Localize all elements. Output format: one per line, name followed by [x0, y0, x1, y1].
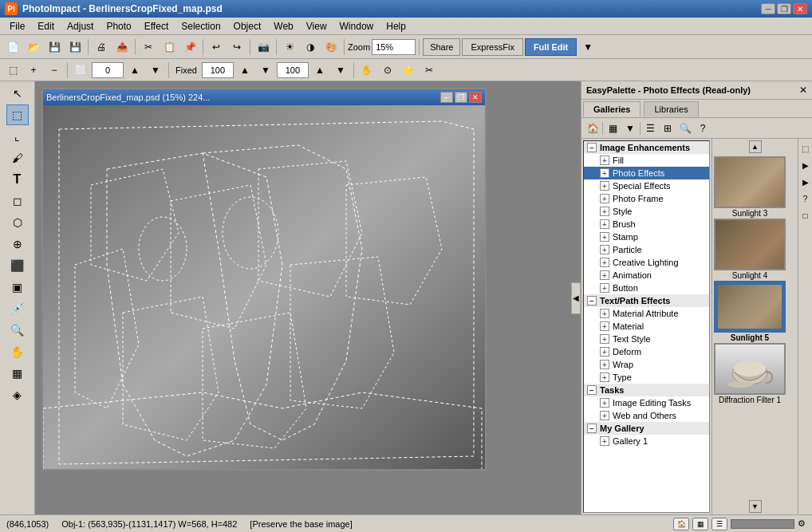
expand-deform[interactable]: +: [600, 347, 609, 357]
shape-btn[interactable]: ⬜: [71, 61, 90, 79]
ri-btn-4[interactable]: ?: [799, 191, 812, 207]
tree-photo-frame[interactable]: + Photo Frame: [584, 192, 709, 205]
zoom-input[interactable]: [372, 39, 416, 55]
height-input[interactable]: [277, 62, 309, 78]
tree-style[interactable]: + Style: [584, 205, 709, 218]
palette-grid[interactable]: ▦: [605, 120, 621, 136]
palette-home[interactable]: 🏠: [585, 120, 601, 136]
tree-deform[interactable]: + Deform: [584, 345, 709, 358]
menu-web[interactable]: Web: [267, 19, 299, 33]
thumb-sunlight4[interactable]: Sunlight 4: [714, 219, 786, 281]
width-down[interactable]: ▼: [256, 61, 275, 79]
expand-style[interactable]: +: [600, 207, 609, 216]
hand-tool2[interactable]: ✋: [6, 341, 29, 362]
expand-web-and-others[interactable]: +: [600, 411, 609, 420]
expand-image-enhancements[interactable]: −: [587, 143, 597, 152]
expand-image-editing-tasks[interactable]: +: [600, 398, 609, 408]
print-button[interactable]: 🖨: [92, 38, 111, 56]
canvas-minimize[interactable]: ─: [440, 92, 453, 103]
save-as-button[interactable]: 💾: [65, 38, 85, 56]
palette-search[interactable]: 🔍: [677, 120, 693, 136]
expand-text-style[interactable]: +: [600, 334, 609, 344]
extra-tool[interactable]: ◈: [6, 384, 29, 405]
save-button[interactable]: 💾: [45, 38, 64, 56]
path-tool[interactable]: ⬡: [6, 212, 29, 233]
expand-material[interactable]: +: [600, 321, 609, 331]
expand-photo-effects[interactable]: +: [600, 168, 609, 178]
zoom-tool[interactable]: 🔍: [6, 320, 29, 341]
open-button[interactable]: 📂: [24, 38, 43, 56]
tree-wrap[interactable]: + Wrap: [584, 358, 709, 371]
menu-adjust[interactable]: Adjust: [61, 19, 100, 33]
tree-animation[interactable]: + Animation: [584, 269, 709, 282]
ri-btn-2[interactable]: ▶: [799, 157, 812, 173]
tree-fill[interactable]: + Fill: [584, 154, 709, 167]
gradient-tool[interactable]: ▦: [6, 363, 29, 384]
angle-up[interactable]: ▲: [125, 61, 144, 79]
expand-special-effects[interactable]: +: [600, 181, 609, 191]
expand-brush[interactable]: +: [600, 219, 609, 229]
eyedropper-tool[interactable]: 💉: [6, 298, 29, 319]
menu-window[interactable]: Window: [333, 19, 380, 33]
width-up[interactable]: ▲: [235, 61, 254, 79]
tab-galleries[interactable]: Galleries: [583, 101, 641, 117]
ri-btn-1[interactable]: ⬚: [799, 140, 812, 156]
undo-button[interactable]: ↩: [207, 38, 226, 56]
tree-category-image-enhancements[interactable]: − Image Enhancements: [584, 141, 709, 154]
palette-large[interactable]: ⊞: [660, 120, 676, 136]
expand-button[interactable]: +: [600, 283, 609, 293]
menu-effect[interactable]: Effect: [138, 19, 175, 33]
status-btn-1[interactable]: 🏠: [673, 518, 689, 530]
tree-particle[interactable]: + Particle: [584, 243, 709, 256]
expand-particle[interactable]: +: [600, 245, 609, 254]
hand-tool[interactable]: ✋: [357, 61, 376, 79]
tree-material-attribute[interactable]: + Material Attribute: [584, 307, 709, 320]
canvas-close[interactable]: ✕: [469, 92, 482, 103]
fill-tool[interactable]: ▣: [6, 277, 29, 298]
status-btn-3[interactable]: ☰: [711, 518, 727, 530]
add-btn[interactable]: +: [24, 61, 43, 79]
height-up[interactable]: ▲: [310, 61, 329, 79]
menu-selection[interactable]: Selection: [175, 19, 227, 33]
tree-button[interactable]: + Button: [584, 282, 709, 294]
paint-tool[interactable]: 🖌: [6, 148, 29, 168]
tree-special-effects[interactable]: + Special Effects: [584, 179, 709, 192]
new-button[interactable]: 📄: [3, 38, 22, 56]
angle-down[interactable]: ▼: [146, 61, 165, 79]
expand-gallery-1[interactable]: +: [600, 436, 609, 446]
tree-text-style[interactable]: + Text Style: [584, 333, 709, 345]
menu-help[interactable]: Help: [380, 19, 412, 33]
full-edit-button[interactable]: Full Edit: [525, 38, 577, 56]
shape-tool[interactable]: ◻: [6, 191, 29, 211]
palette-view-options[interactable]: ▼: [622, 120, 638, 136]
export-button[interactable]: 📤: [112, 38, 132, 56]
magic-wand[interactable]: ⭐: [399, 61, 418, 79]
tree-category-text-path[interactable]: − Text/Path Effects: [584, 294, 709, 307]
expand-animation[interactable]: +: [600, 270, 609, 280]
angle-input[interactable]: [92, 62, 124, 78]
restore-button[interactable]: ❐: [777, 3, 791, 14]
menu-edit[interactable]: Edit: [31, 19, 61, 33]
selection-tool[interactable]: ⬚: [6, 104, 29, 125]
tree-material[interactable]: + Material: [584, 320, 709, 333]
tree-category-my-gallery[interactable]: − My Gallery: [584, 422, 709, 435]
tree-stamp[interactable]: + Stamp: [584, 231, 709, 243]
height-down[interactable]: ▼: [331, 61, 350, 79]
text-tool[interactable]: T: [6, 169, 29, 190]
expand-stamp[interactable]: +: [600, 232, 609, 242]
scroll-up-btn[interactable]: ▲: [749, 140, 762, 153]
thumb-sunlight5[interactable]: Sunlight 5: [714, 281, 786, 343]
thumb-diffraction1[interactable]: Diffraction Filter 1: [714, 343, 786, 405]
copy-button[interactable]: 📋: [160, 38, 179, 56]
palette-help[interactable]: ?: [695, 120, 711, 136]
thumb-sunlight3[interactable]: Sunlight 3: [714, 156, 786, 219]
menu-photo[interactable]: Photo: [100, 19, 137, 33]
eraser-tool[interactable]: ⬛: [6, 255, 29, 276]
ri-btn-5[interactable]: □: [799, 207, 812, 223]
tree-brush[interactable]: + Brush: [584, 218, 709, 231]
tree-category-tasks[interactable]: − Tasks: [584, 384, 709, 396]
paste-button[interactable]: 📌: [180, 38, 199, 56]
canvas-restore[interactable]: ❐: [455, 92, 467, 103]
expand-fill[interactable]: +: [600, 156, 609, 165]
color-button[interactable]: 🎨: [321, 38, 341, 56]
